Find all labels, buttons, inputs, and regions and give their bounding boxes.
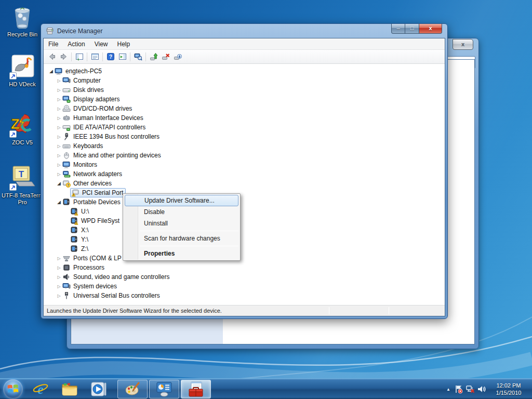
system-devices-icon (62, 282, 72, 290)
desktop-icon-zoc-v5[interactable]: Z ZOC V5 (0, 111, 45, 146)
menu-help[interactable]: Help (113, 39, 135, 49)
expand-arrow-icon[interactable]: ▷ (56, 144, 62, 149)
expand-arrow-icon[interactable]: ▷ (56, 107, 62, 111)
tree-item[interactable]: ▷Sound, video and game controllers (44, 272, 445, 282)
tree-item[interactable]: WPD FileSyst (44, 216, 445, 225)
desktop-icon-recycle-bin[interactable]: Recycle Bin (0, 3, 45, 38)
expand-arrow-icon[interactable]: ▷ (56, 163, 62, 167)
maximize-button[interactable]: □ (405, 24, 419, 34)
scan-computer-button[interactable] (132, 51, 144, 63)
expand-arrow-icon[interactable]: ▷ (56, 116, 62, 121)
background-window-close-button[interactable]: x (453, 39, 473, 50)
menu-file[interactable]: File (44, 39, 63, 49)
start-button[interactable] (3, 379, 23, 399)
taskbar-clock[interactable]: 12:02 PM 1/15/2010 (489, 382, 528, 396)
tree-item[interactable]: Z:\ (44, 244, 445, 254)
back-button[interactable] (46, 51, 58, 63)
tree-item[interactable]: ▷Human Interface Devices (44, 113, 445, 123)
menu-action[interactable]: Action (63, 39, 89, 49)
keyboard-icon (62, 142, 72, 150)
action-center-flag-icon[interactable] (453, 383, 464, 395)
scan-hardware-button[interactable] (171, 51, 183, 63)
svg-text:?: ? (67, 183, 69, 187)
show-hidden-icons-button[interactable]: ▲ (444, 387, 453, 392)
ide-controller-icon (62, 123, 72, 131)
tree-item[interactable]: X:\ (44, 225, 445, 235)
tree-item-label: Processors (72, 264, 106, 271)
tree-item[interactable]: ▷Keyboards (44, 141, 445, 151)
tree-item[interactable]: ▷IDE ATA/ATAPI controllers (44, 123, 445, 132)
forward-button[interactable] (58, 51, 70, 63)
collapse-arrow-icon[interactable]: ◢ (56, 200, 62, 205)
expand-arrow-icon[interactable]: ▷ (56, 256, 62, 261)
menu-item-properties[interactable]: Properties (124, 248, 240, 259)
tree-item[interactable]: PCI Serial Port (44, 188, 445, 197)
tree-item[interactable]: ▷IEEE 1394 Bus host controllers (44, 132, 445, 141)
minimize-button[interactable]: – (391, 24, 405, 34)
expand-arrow-icon[interactable]: ▷ (56, 153, 62, 158)
internet-explorer-taskbar-icon[interactable]: e (29, 379, 52, 399)
menu-item-update-driver[interactable]: Update Driver Software... (125, 195, 238, 206)
update-driver-button[interactable] (148, 51, 159, 63)
menu-item-disable[interactable]: Disable (124, 206, 240, 218)
menu-view[interactable]: View (90, 39, 113, 49)
desktop-icon-hd-vdeck[interactable]: HD VDeck (0, 53, 45, 88)
menu-item-uninstall[interactable]: Uninstall (124, 218, 240, 229)
volume-icon[interactable] (476, 383, 487, 395)
device-tree-pane: ◢engtech-PC5▷Computer▷Disk drives▷Displa… (44, 64, 445, 305)
properties-button[interactable] (89, 51, 101, 63)
tree-item[interactable]: ▷Processors (44, 263, 445, 272)
tree-item[interactable]: ◢?Other devices (44, 179, 445, 188)
toolbar: ? (44, 50, 445, 64)
expand-arrow-icon[interactable]: ▷ (56, 172, 62, 177)
media-player-taskbar-icon[interactable] (87, 379, 110, 399)
portable-drive-warning-icon (70, 217, 79, 225)
action-pane-button[interactable] (116, 51, 128, 63)
tree-item[interactable]: ▷Mice and other pointing devices (44, 151, 445, 160)
tree-item[interactable]: Y:\ (44, 235, 445, 244)
tree-item-label: Universal Serial Bus controllers (72, 292, 162, 299)
tree-item-label: U:\ (79, 208, 90, 215)
tree-item[interactable]: ▷Display adapters (44, 95, 445, 104)
network-error-icon[interactable] (464, 383, 476, 395)
device-manager-taskbar-button[interactable] (181, 380, 211, 398)
tree-item[interactable]: ▷Ports (COM & LP (44, 254, 445, 263)
device-manager-titlebar[interactable]: Device Manager (41, 24, 447, 38)
tree-item-label: DVD/CD-ROM drives (72, 105, 134, 112)
tree-item[interactable]: ▷Computer (44, 76, 445, 85)
close-button[interactable]: x (419, 24, 442, 34)
windows-explorer-taskbar-icon[interactable] (58, 379, 81, 399)
portable-drive-icon (70, 226, 79, 234)
collapse-arrow-icon[interactable]: ◢ (48, 69, 55, 74)
desktop-icon-teraterm[interactable]: T UTF-8 TeraTerm Pro (0, 164, 45, 206)
expand-arrow-icon[interactable]: ▷ (56, 78, 62, 83)
uninstall-device-button[interactable] (159, 51, 171, 63)
tree-item-label: Sound, video and game controllers (72, 273, 171, 281)
tree-item[interactable]: ▷System devices (44, 282, 445, 291)
show-console-tree-button[interactable] (73, 51, 85, 63)
svg-text:e: e (37, 382, 44, 397)
expand-arrow-icon[interactable]: ▷ (56, 135, 62, 139)
expand-arrow-icon[interactable]: ▷ (56, 294, 62, 298)
expand-arrow-icon[interactable]: ▷ (56, 97, 62, 102)
tree-item[interactable]: ▷Universal Serial Bus controllers (44, 291, 445, 300)
toolbox-icon (187, 381, 205, 397)
paint-taskbar-button[interactable] (117, 380, 148, 398)
expand-arrow-icon[interactable]: ▷ (56, 284, 62, 289)
tree-item[interactable]: ▷Network adapters (44, 169, 445, 179)
tree-item[interactable]: ▷Monitors (44, 160, 445, 169)
expand-arrow-icon[interactable]: ▷ (56, 275, 62, 280)
tree-item[interactable]: ▷Disk drives (44, 85, 445, 95)
menu-item-scan-hardware[interactable]: Scan for hardware changes (124, 233, 240, 244)
expand-arrow-icon[interactable]: ▷ (56, 88, 62, 92)
collapse-arrow-icon[interactable]: ◢ (56, 181, 62, 186)
tree-item[interactable]: U:\ (44, 207, 445, 216)
expand-arrow-icon[interactable]: ▷ (56, 125, 62, 130)
help-button[interactable]: ? (104, 51, 116, 63)
expand-arrow-icon[interactable]: ▷ (56, 265, 62, 270)
tree-item[interactable]: ◢Portable Devices (44, 197, 445, 207)
tree-item[interactable]: ◢engtech-PC5 (44, 66, 445, 76)
control-panel-taskbar-button[interactable] (149, 380, 179, 398)
device-tree: ◢engtech-PC5▷Computer▷Disk drives▷Displa… (44, 64, 445, 300)
tree-item[interactable]: ▷DVD/CD-ROM drives (44, 104, 445, 113)
